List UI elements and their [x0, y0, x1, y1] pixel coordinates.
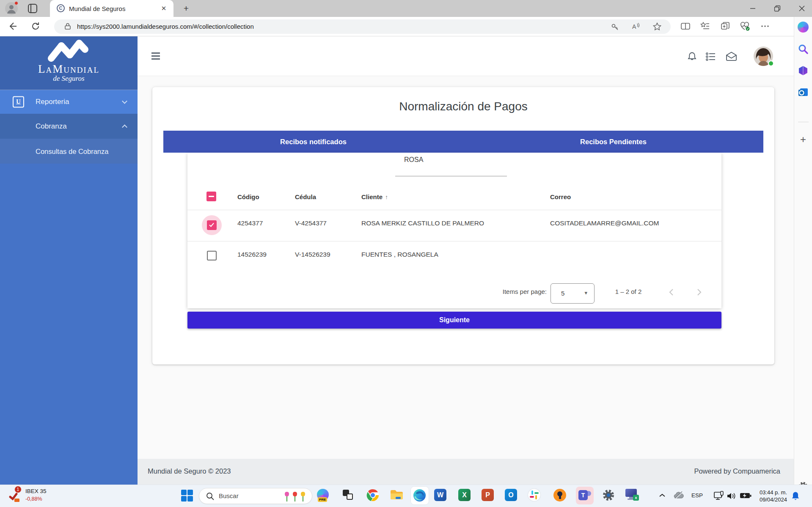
refresh-icon[interactable]: [30, 21, 41, 32]
search-placeholder: Buscar: [219, 492, 239, 499]
col-header-cliente[interactable]: Cliente↑: [361, 193, 388, 200]
cell-cedula: V-4254377: [295, 219, 327, 227]
toolbar-more-icon[interactable]: [760, 21, 771, 32]
browser-tab[interactable]: C Mundial de Seguros ✕: [50, 0, 173, 17]
profile-alert-dot: [14, 1, 18, 5]
user-avatar[interactable]: [754, 47, 773, 66]
taskbar-search[interactable]: Buscar: [199, 488, 312, 504]
language-indicator[interactable]: ESP: [691, 492, 703, 499]
new-tab-button[interactable]: +: [181, 3, 191, 14]
task-list-icon[interactable]: [705, 51, 716, 62]
taskbar-clock[interactable]: 03:44 p. m. 09/04/2024: [754, 489, 787, 503]
cell-correo: COSITADELAMARRE@GMAIL.COM: [550, 219, 659, 227]
reporteria-icon: U: [13, 96, 24, 108]
clock-time: 03:44 p. m.: [754, 489, 787, 496]
onedrive-paused-icon[interactable]: [673, 491, 684, 502]
read-aloud-icon[interactable]: A: [631, 22, 641, 31]
password-key-icon[interactable]: [610, 22, 619, 31]
slack-icon[interactable]: [528, 489, 542, 502]
file-explorer-icon[interactable]: [390, 489, 404, 502]
favorites-list-icon[interactable]: [700, 21, 711, 32]
col-header-correo[interactable]: Correo: [550, 193, 571, 200]
sidebar-item-cobranza[interactable]: Cobranza: [0, 114, 138, 139]
favorite-star-icon[interactable]: [652, 22, 662, 31]
tab-title: Mundial de Seguros: [69, 5, 125, 12]
stock-widget[interactable]: 1 IBEX 35 -0,88%: [5, 487, 73, 506]
browser-essentials-icon[interactable]: [740, 21, 751, 32]
tab-recibos-notificados[interactable]: Recibos notificados: [163, 131, 463, 153]
edge-browser-icon[interactable]: [413, 489, 427, 502]
powerpoint-icon[interactable]: P: [482, 489, 495, 502]
app-footer: Mundial de Seguro © 2023 Powered by Comp…: [138, 459, 794, 485]
cell-cliente: FUENTES , ROSANGELA: [361, 251, 438, 258]
menu-toggle-icon[interactable]: [151, 52, 160, 60]
row-checkbox-unchecked[interactable]: [207, 251, 217, 260]
notifications-bell-icon[interactable]: [686, 51, 698, 62]
cell-codigo: 14526239: [237, 251, 267, 258]
lock-icon: [63, 22, 73, 31]
strip-divider: [798, 122, 809, 122]
tray-expand-icon[interactable]: [659, 493, 666, 500]
copyright-text: Mundial de Seguro © 2023: [148, 467, 231, 475]
tab-recibos-pendientes[interactable]: Recibos Pendientes: [463, 131, 763, 153]
logo-title: LaMundial: [0, 63, 138, 74]
payments-card: Normalización de Pagos Recibos notificad…: [152, 87, 774, 364]
address-bar[interactable]: https://sys2000.lamundialdeseguros.com/#…: [54, 19, 671, 34]
task-view-icon[interactable]: [342, 489, 355, 502]
presence-dot: [768, 60, 774, 66]
col-header-codigo[interactable]: Código: [237, 193, 259, 200]
remote-desktop-icon[interactable]: x: [625, 489, 639, 502]
outlook-sidebar-icon[interactable]: [798, 87, 809, 99]
split-screen-icon[interactable]: [680, 21, 691, 32]
mail-icon[interactable]: [725, 51, 737, 62]
word-icon[interactable]: W: [434, 489, 448, 502]
col-header-cedula[interactable]: Cédula: [295, 193, 316, 200]
results-panel: ROSA Código Cédula Cliente↑ Correo 42543…: [187, 153, 721, 308]
openvpn-icon[interactable]: [553, 489, 567, 502]
microsoft-365-icon[interactable]: [798, 65, 809, 78]
excel-icon[interactable]: X: [458, 489, 472, 502]
tab-actions-icon[interactable]: [28, 4, 37, 13]
page-range-label: 1 – 2 of 2: [603, 288, 654, 295]
taskbar: 1 IBEX 35 -0,88% Buscar PRE: [0, 485, 812, 507]
chrome-icon[interactable]: [366, 489, 380, 502]
outlook-icon[interactable]: O: [505, 489, 518, 502]
search-icon: [206, 492, 214, 500]
start-button[interactable]: [181, 490, 194, 502]
filter-underline: [395, 176, 507, 176]
battery-charging-icon[interactable]: [740, 492, 751, 501]
copilot-icon[interactable]: [798, 22, 809, 33]
copilot-pre-icon[interactable]: PRE: [317, 489, 330, 502]
sort-ascending-icon: ↑: [385, 194, 388, 200]
page-size-select[interactable]: 5 ▾: [551, 283, 595, 304]
display-cast-icon[interactable]: [713, 491, 724, 503]
sidebar-item-consultas-de-cobranza[interactable]: Consultas de Cobranza: [0, 139, 138, 164]
collections-icon[interactable]: [720, 21, 731, 32]
sidebar-item-reporteria[interactable]: U Reporteria: [0, 90, 138, 114]
sidebar-search-icon[interactable]: [798, 44, 809, 56]
volume-icon[interactable]: [726, 491, 736, 502]
svg-text:A: A: [632, 23, 636, 30]
url-text[interactable]: https://sys2000.lamundialdeseguros.com/#…: [77, 23, 254, 30]
notification-bell-icon[interactable]: [791, 491, 800, 503]
window-restore-button[interactable]: [768, 0, 787, 17]
previous-page-icon[interactable]: [667, 287, 677, 297]
strip-add-icon[interactable]: +: [800, 134, 806, 145]
tulips-icon: [283, 491, 307, 502]
siguiente-button[interactable]: Siguiente: [187, 312, 721, 329]
teams-icon[interactable]: T: [578, 489, 592, 502]
tab-close-icon[interactable]: ✕: [160, 5, 168, 12]
window-close-button[interactable]: [792, 0, 812, 17]
row-checkbox-checked[interactable]: [207, 220, 217, 230]
copilot-pre-badge: PRE: [318, 497, 327, 502]
logo-ribbon-icon: [45, 38, 93, 62]
select-all-checkbox[interactable]: [206, 192, 216, 201]
client-filter-input[interactable]: ROSA: [404, 156, 423, 164]
back-icon[interactable]: [8, 21, 19, 32]
settings-gear-icon[interactable]: [602, 489, 616, 502]
widget-badge: 1: [14, 486, 22, 493]
widget-index-change: -0,88%: [25, 496, 42, 502]
next-page-icon[interactable]: [694, 287, 704, 297]
window-minimize-button[interactable]: [743, 0, 762, 17]
app-header: [138, 36, 794, 76]
